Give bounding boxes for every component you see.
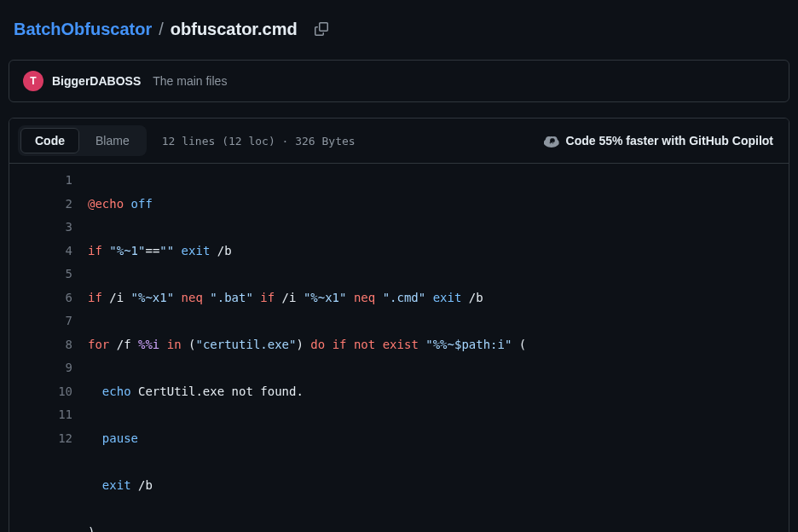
code-line: ) xyxy=(88,521,789,533)
avatar[interactable]: T xyxy=(23,71,43,91)
breadcrumb-file: obfuscator.cmd xyxy=(171,20,298,39)
commit-author[interactable]: BiggerDABOSS xyxy=(52,74,141,88)
latest-commit-bar[interactable]: T BiggerDABOSS The main files xyxy=(9,60,789,102)
line-number[interactable]: 3 xyxy=(9,216,72,240)
copilot-icon xyxy=(544,133,559,148)
line-number[interactable]: 2 xyxy=(9,193,72,217)
tab-code[interactable]: Code xyxy=(20,128,79,153)
line-number[interactable]: 12 xyxy=(9,427,72,451)
line-number[interactable]: 4 xyxy=(9,240,72,263)
line-number[interactable]: 9 xyxy=(9,356,72,380)
code-line: for /f %%i in ("certutil.exe") do if not… xyxy=(88,333,789,357)
breadcrumb-repo-link[interactable]: BatchObfuscator xyxy=(14,20,152,39)
line-number[interactable]: 6 xyxy=(9,286,72,310)
view-tabs: Code Blame xyxy=(18,125,147,156)
code-line: if /i "%~x1" neq ".bat" if /i "%~x1" neq… xyxy=(88,286,789,310)
line-number[interactable]: 10 xyxy=(9,380,72,404)
code-line: pause xyxy=(88,427,789,451)
code-line: exit /b xyxy=(88,474,789,498)
copilot-label: Code 55% faster with GitHub Copilot xyxy=(566,134,773,147)
line-number[interactable]: 11 xyxy=(9,403,72,427)
line-number-gutter: 1 2 3 4 5 6 7 8 9 10 11 12 xyxy=(9,169,88,532)
tab-blame[interactable]: Blame xyxy=(81,128,144,153)
line-number[interactable]: 8 xyxy=(9,333,72,357)
copy-icon xyxy=(315,22,328,36)
code-area: 1 2 3 4 5 6 7 8 9 10 11 12 @echo off if … xyxy=(9,164,789,532)
commit-message[interactable]: The main files xyxy=(153,74,227,88)
line-number[interactable]: 5 xyxy=(9,263,72,286)
code-content[interactable]: @echo off if "%~1"=="" exit /b if /i "%~… xyxy=(88,169,789,532)
code-line: @echo off xyxy=(88,193,789,217)
line-number[interactable]: 1 xyxy=(9,169,72,193)
code-line: echo CertUtil.exe not found. xyxy=(88,380,789,404)
file-view: Code Blame 12 lines (12 loc) · 326 Bytes… xyxy=(9,118,789,532)
breadcrumb-separator: / xyxy=(159,20,164,39)
copilot-promo[interactable]: Code 55% faster with GitHub Copilot xyxy=(544,133,780,148)
line-number[interactable]: 7 xyxy=(9,309,72,333)
file-header: Code Blame 12 lines (12 loc) · 326 Bytes… xyxy=(9,119,789,164)
file-info: 12 lines (12 loc) · 326 Bytes xyxy=(162,135,356,147)
breadcrumb: BatchObfuscator / obfuscator.cmd xyxy=(0,0,798,60)
copy-path-button[interactable] xyxy=(309,17,333,41)
code-line: if "%~1"=="" exit /b xyxy=(88,240,789,263)
